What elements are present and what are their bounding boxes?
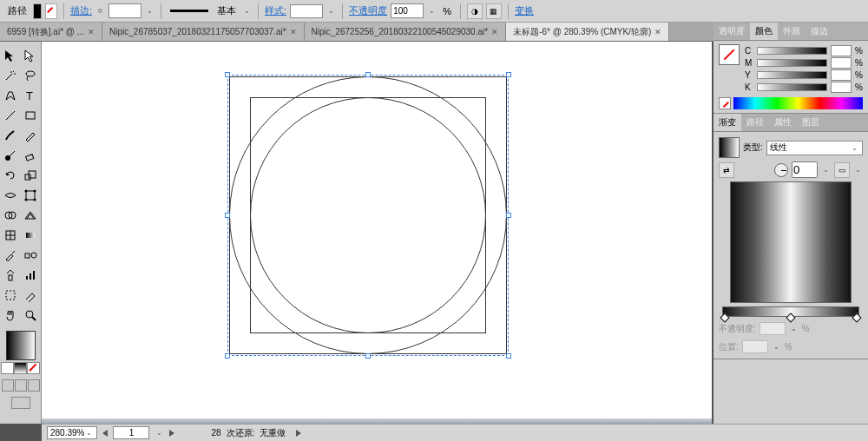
handle-lc[interactable] xyxy=(225,213,230,218)
handle-br[interactable] xyxy=(506,353,511,359)
line-tool[interactable] xyxy=(1,106,20,125)
handle-tr[interactable] xyxy=(506,72,511,77)
doc-tab-1[interactable]: Nipic_26785037_20180321175057703037.ai* … xyxy=(102,23,305,41)
k-value[interactable] xyxy=(831,82,852,93)
m-slider[interactable] xyxy=(757,59,827,67)
type-tool[interactable]: T xyxy=(21,86,40,105)
rectangle-tool[interactable] xyxy=(21,106,40,125)
angle-dd[interactable]: ⌄ xyxy=(821,166,831,174)
stroke-link[interactable]: 描边: xyxy=(70,4,92,17)
close-icon[interactable]: ✕ xyxy=(654,28,661,36)
draw-behind-icon[interactable] xyxy=(15,379,27,392)
pencil-tool[interactable] xyxy=(21,126,40,145)
none-mode-icon[interactable] xyxy=(27,362,40,374)
spectrum-ramp[interactable] xyxy=(733,97,863,109)
stroke-stepper[interactable]: ≎ xyxy=(95,7,105,15)
brush-dd[interactable]: ⌄ xyxy=(242,7,252,15)
shape-builder-tool[interactable] xyxy=(1,206,20,225)
close-icon[interactable]: ✕ xyxy=(88,28,95,36)
eraser-tool[interactable] xyxy=(21,146,40,165)
m-value[interactable] xyxy=(831,57,852,69)
gradient-stop[interactable] xyxy=(720,313,729,322)
inner-circle-path[interactable] xyxy=(250,97,486,333)
eyedropper-tool[interactable] xyxy=(1,246,20,265)
angle-field[interactable] xyxy=(792,161,818,178)
stroke-swatch-ico[interactable] xyxy=(45,3,57,19)
color-mode-icon[interactable] xyxy=(1,362,14,374)
perspective-grid-tool[interactable] xyxy=(21,206,40,225)
doc-tab-2[interactable]: Nipic_26725256_20180322100545029030.ai* … xyxy=(305,23,507,41)
symbol-sprayer-tool[interactable] xyxy=(1,266,20,285)
scale-tool[interactable] xyxy=(21,166,40,185)
gradient-stop[interactable] xyxy=(786,313,795,322)
artboard-dd[interactable]: ⌄ xyxy=(155,429,164,437)
gradient-type-select[interactable]: 线性⌄ xyxy=(766,141,863,155)
lasso-tool[interactable] xyxy=(21,66,40,85)
y-slider[interactable] xyxy=(757,71,827,79)
k-slider[interactable] xyxy=(757,83,827,91)
stroke-width-field[interactable] xyxy=(108,3,141,18)
gradient-tool[interactable] xyxy=(21,226,40,245)
hand-tool[interactable] xyxy=(1,306,20,325)
angle-dial[interactable] xyxy=(774,163,788,177)
gradient-ramp[interactable] xyxy=(722,306,859,317)
tab-appearance[interactable]: 外观 xyxy=(778,23,806,40)
tab-stroke[interactable]: 描边 xyxy=(806,23,833,40)
prev-artboard-icon[interactable] xyxy=(102,430,108,437)
artboard-tool[interactable] xyxy=(1,286,20,305)
handle-bc[interactable] xyxy=(365,353,371,359)
opacity-dd[interactable]: ⌄ xyxy=(427,7,437,15)
tab-pathfinder[interactable]: 路径 xyxy=(741,114,769,131)
paintbrush-tool[interactable] xyxy=(1,126,20,145)
doc-tab-3[interactable]: 未标题-6* @ 280.39% (CMYK/轮廓) ✕ xyxy=(506,23,669,41)
graph-tool[interactable] xyxy=(21,266,40,285)
tab-transparency[interactable]: 透明度 xyxy=(713,23,750,40)
fill-swatch-ico[interactable] xyxy=(33,3,42,19)
next-artboard-icon[interactable] xyxy=(169,430,174,437)
gradient-stop[interactable] xyxy=(852,313,861,322)
c-slider[interactable] xyxy=(757,47,827,55)
zoom-tool[interactable] xyxy=(21,306,40,325)
doc-tab-0[interactable]: 6959 [转换].ai* @ ...✕ xyxy=(0,23,102,41)
style-swatch[interactable] xyxy=(290,4,323,18)
zoom-field[interactable]: 280.39% ⌄ xyxy=(47,426,97,439)
recolor-icon[interactable]: ◑ xyxy=(467,3,483,19)
style-dd[interactable]: ⌄ xyxy=(326,7,336,15)
mesh-tool[interactable] xyxy=(1,226,20,245)
status-more-icon[interactable] xyxy=(296,430,301,437)
style-link[interactable]: 样式: xyxy=(265,4,286,17)
opacity-field[interactable] xyxy=(391,3,424,18)
fill-proxy-swatch[interactable] xyxy=(719,44,740,65)
selection-tool[interactable] xyxy=(1,46,20,65)
align-icon[interactable]: ▦ xyxy=(486,3,502,19)
handle-tc[interactable] xyxy=(365,72,371,77)
gradient-swatch[interactable] xyxy=(719,137,740,158)
y-value[interactable] xyxy=(831,69,852,81)
draw-normal-icon[interactable] xyxy=(2,379,14,392)
selected-artwork[interactable] xyxy=(229,76,507,354)
magic-wand-tool[interactable] xyxy=(1,66,20,85)
opacity-link[interactable]: 不透明度 xyxy=(349,4,387,17)
c-value[interactable] xyxy=(831,45,852,56)
width-tool[interactable] xyxy=(1,186,20,205)
canvas[interactable] xyxy=(42,42,712,424)
tab-gradient[interactable]: 渐变 xyxy=(713,114,741,131)
free-transform-tool[interactable] xyxy=(21,186,40,205)
rotate-tool[interactable] xyxy=(1,166,20,185)
tab-layers[interactable]: 图层 xyxy=(797,114,825,131)
handle-bl[interactable] xyxy=(225,353,230,359)
direct-selection-tool[interactable] xyxy=(21,46,40,65)
reverse-gradient-icon[interactable]: ⇄ xyxy=(719,162,734,178)
none-color-icon[interactable] xyxy=(719,97,731,109)
gradient-mode-icon[interactable] xyxy=(14,362,27,374)
handle-tl[interactable] xyxy=(225,72,230,77)
draw-inside-icon[interactable] xyxy=(28,379,40,392)
stroke-dd[interactable]: ⌄ xyxy=(145,7,155,15)
aspect-ratio-icon[interactable]: ▭ xyxy=(834,162,850,178)
fill-stroke-swatch[interactable] xyxy=(6,331,36,360)
handle-rc[interactable] xyxy=(506,213,511,218)
tab-color[interactable]: 颜色 xyxy=(750,23,778,40)
blob-brush-tool[interactable] xyxy=(1,146,20,165)
ar-dd[interactable]: ⌄ xyxy=(853,166,863,174)
slice-tool[interactable] xyxy=(21,286,40,305)
